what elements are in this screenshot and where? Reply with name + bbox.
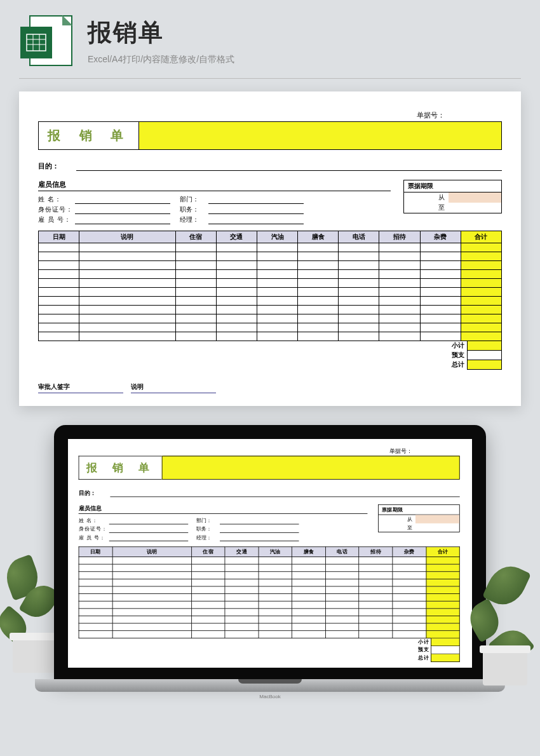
table-cell[interactable]: [216, 332, 257, 341]
table-cell[interactable]: [325, 601, 359, 609]
purpose-input-line[interactable]: [76, 162, 502, 171]
table-cell[interactable]: [339, 252, 379, 261]
table-cell[interactable]: [359, 564, 393, 572]
table-cell[interactable]: [298, 306, 339, 314]
table-cell[interactable]: [216, 306, 257, 314]
table-cell[interactable]: [379, 261, 420, 270]
table-cell[interactable]: [225, 631, 259, 638]
table-cell[interactable]: [379, 243, 420, 252]
table-cell[interactable]: [420, 270, 461, 279]
table-row[interactable]: [79, 609, 459, 616]
table-cell[interactable]: [298, 279, 339, 288]
table-cell[interactable]: [79, 314, 176, 323]
table-cell[interactable]: [112, 557, 192, 565]
table-cell[interactable]: [359, 572, 393, 579]
table-cell[interactable]: [426, 623, 460, 631]
table-cell[interactable]: [216, 297, 257, 306]
table-cell[interactable]: [79, 557, 112, 565]
period-from-input[interactable]: [449, 192, 501, 203]
table-cell[interactable]: [79, 609, 112, 616]
table-cell[interactable]: [79, 616, 112, 623]
table-cell[interactable]: [257, 252, 298, 261]
table-cell[interactable]: [191, 601, 225, 609]
approver-sign-line[interactable]: [72, 384, 123, 393]
table-cell[interactable]: [259, 594, 292, 602]
table-cell[interactable]: [461, 279, 501, 288]
table-cell[interactable]: [339, 288, 379, 297]
table-cell[interactable]: [216, 323, 257, 332]
table-cell[interactable]: [325, 594, 359, 602]
table-row[interactable]: [39, 288, 502, 297]
table-cell[interactable]: [39, 323, 79, 332]
table-row[interactable]: [39, 297, 502, 306]
table-row[interactable]: [79, 631, 459, 638]
table-cell[interactable]: [216, 314, 257, 323]
table-cell[interactable]: [257, 270, 298, 279]
table-cell[interactable]: [292, 631, 326, 638]
table-cell[interactable]: [393, 609, 426, 616]
table-cell[interactable]: [216, 252, 257, 261]
table-cell[interactable]: [359, 609, 393, 616]
table-cell[interactable]: [39, 261, 79, 270]
table-cell[interactable]: [393, 572, 426, 579]
table-cell[interactable]: [79, 594, 112, 602]
table-row[interactable]: [79, 572, 459, 579]
table-cell[interactable]: [461, 288, 501, 297]
table-cell[interactable]: [191, 631, 225, 638]
table-cell[interactable]: [259, 564, 292, 572]
table-cell[interactable]: [225, 557, 259, 565]
table-cell[interactable]: [191, 572, 225, 579]
table-cell[interactable]: [257, 243, 298, 252]
table-cell[interactable]: [79, 332, 176, 341]
table-cell[interactable]: [259, 557, 292, 565]
table-cell[interactable]: [298, 297, 339, 306]
table-cell[interactable]: [325, 616, 359, 623]
table-cell[interactable]: [359, 594, 393, 602]
table-row[interactable]: [79, 623, 459, 631]
table-cell[interactable]: [191, 594, 225, 602]
table-cell[interactable]: [461, 297, 501, 306]
table-cell[interactable]: [420, 314, 461, 323]
table-cell[interactable]: [393, 579, 426, 586]
table-cell[interactable]: [225, 586, 259, 594]
table-cell[interactable]: [379, 306, 420, 314]
table-cell[interactable]: [298, 323, 339, 332]
table-cell[interactable]: [79, 306, 176, 314]
table-cell[interactable]: [298, 288, 339, 297]
table-cell[interactable]: [225, 623, 259, 631]
table-cell[interactable]: [39, 252, 79, 261]
table-cell[interactable]: [325, 572, 359, 579]
table-cell[interactable]: [325, 579, 359, 586]
table-cell[interactable]: [379, 279, 420, 288]
table-cell[interactable]: [461, 252, 501, 261]
table-cell[interactable]: [191, 557, 225, 565]
table-cell[interactable]: [339, 332, 379, 341]
table-cell[interactable]: [79, 564, 112, 572]
table-cell[interactable]: [420, 288, 461, 297]
table-cell[interactable]: [379, 314, 420, 323]
table-cell[interactable]: [112, 564, 192, 572]
table-cell[interactable]: [420, 261, 461, 270]
table-row[interactable]: [79, 601, 459, 609]
table-cell[interactable]: [420, 297, 461, 306]
table-cell[interactable]: [175, 323, 216, 332]
table-cell[interactable]: [393, 594, 426, 602]
table-cell[interactable]: [393, 623, 426, 631]
table-cell[interactable]: [292, 586, 326, 594]
table-cell[interactable]: [426, 601, 460, 609]
table-cell[interactable]: [112, 579, 192, 586]
table-cell[interactable]: [298, 314, 339, 323]
table-cell[interactable]: [225, 594, 259, 602]
table-cell[interactable]: [191, 564, 225, 572]
table-cell[interactable]: [339, 297, 379, 306]
table-cell[interactable]: [175, 297, 216, 306]
table-cell[interactable]: [359, 579, 393, 586]
table-cell[interactable]: [79, 601, 112, 609]
table-cell[interactable]: [420, 243, 461, 252]
table-cell[interactable]: [420, 323, 461, 332]
table-cell[interactable]: [292, 594, 326, 602]
table-cell[interactable]: [359, 557, 393, 565]
table-cell[interactable]: [379, 288, 420, 297]
table-cell[interactable]: [39, 314, 79, 323]
table-cell[interactable]: [257, 332, 298, 341]
